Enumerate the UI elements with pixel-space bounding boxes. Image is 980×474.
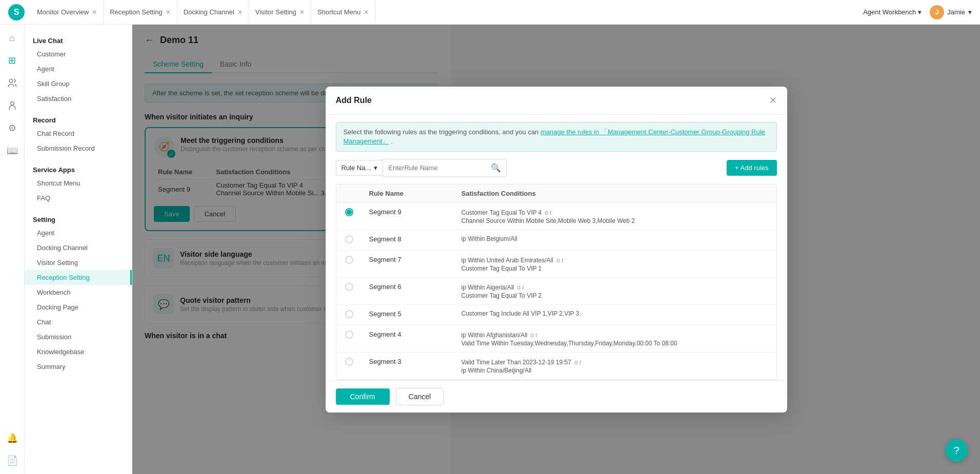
sidebar-item-satisfaction[interactable]: Satisfaction (25, 91, 132, 106)
sidebar-item-agent[interactable]: Agent (25, 61, 132, 76)
table-row: Segment 8ip Within Belgium/All (336, 230, 776, 250)
radio-cell[interactable] (336, 230, 362, 250)
svg-point-0 (9, 79, 13, 83)
condition-tag: Customer Tag Equal To VIP 2 (462, 292, 542, 299)
close-tab-shortcut[interactable]: ✕ (364, 9, 369, 16)
tab-docking-channel[interactable]: Docking Channel ✕ (177, 0, 249, 25)
rule-name-cell: Segment 5 (362, 304, 454, 325)
sidebar-icon-doc[interactable]: 📄 (3, 451, 22, 470)
col-rule-name: Rule Name (362, 184, 454, 203)
sidebar-item-knowledgebase[interactable]: Knowledgebase (25, 344, 132, 359)
sidebar-icon-team[interactable] (3, 74, 22, 92)
sidebar-icon-home[interactable]: ⌂ (3, 29, 22, 47)
tab-shortcut-menu[interactable]: Shortcut Menu ✕ (311, 0, 376, 25)
close-tab-monitor[interactable]: ✕ (92, 9, 97, 16)
radio-cell[interactable] (336, 325, 362, 352)
table-row: Segment 7ip Within United Arab Emirates/… (336, 250, 776, 277)
radio-cell[interactable] (336, 352, 362, 379)
modal-search-bar: Rule Na... ▾ 🔍 + Add rules (326, 152, 787, 184)
radio-cell[interactable] (336, 277, 362, 304)
radio-button[interactable] (345, 358, 353, 366)
modal-header: Add Rule ✕ (326, 87, 787, 115)
sidebar-icon-gear[interactable]: ⚙ (3, 119, 22, 137)
add-rules-button[interactable]: + Add rules (727, 160, 776, 176)
search-input[interactable] (388, 164, 491, 172)
conditions-cell: Valid Time Later Than 2023-12-19 19:57 o… (454, 352, 776, 379)
modal-cancel-button[interactable]: Cancel (396, 388, 444, 405)
close-tab-reception[interactable]: ✕ (166, 9, 171, 16)
sidebar-icon-bell[interactable]: 🔔 (3, 429, 22, 447)
or-label: o r (574, 359, 582, 366)
condition-tag: Channel Source Within Mobile Site,Mobile… (462, 217, 635, 224)
radio-button[interactable] (345, 235, 353, 243)
radio-button[interactable] (345, 256, 353, 264)
sidebar-item-skill-group[interactable]: Skill Group (25, 76, 132, 91)
condition-tag: Valid Time Within Tuesday,Wednesday,Thur… (462, 340, 677, 347)
or-label: o r (556, 257, 564, 264)
search-icon: 🔍 (491, 163, 501, 173)
confirm-button[interactable]: Confirm (336, 388, 390, 405)
sidebar-item-reception-setting[interactable]: Reception Setting (25, 270, 132, 285)
sidebar-icon-grid[interactable]: ⊞ (3, 51, 22, 70)
or-label: o r (530, 332, 537, 339)
condition-line: ip Within Algeria/All o r (462, 283, 769, 292)
table-row: Segment 4ip Within Afghanistan/All o rVa… (336, 325, 776, 352)
table-row: Segment 3Valid Time Later Than 2023-12-1… (336, 352, 776, 379)
or-label: o r (517, 284, 524, 291)
sidebar-icon-book[interactable]: 📖 (3, 141, 22, 160)
sidebar-item-chat-record[interactable]: Chat Record (25, 126, 132, 141)
close-tab-docking[interactable]: ✕ (237, 9, 243, 16)
icon-sidebar: ⌂ ⊞ ⚙ 📖 🔔 📄 (0, 25, 25, 474)
modal-footer: Confirm Cancel (326, 380, 787, 413)
condition-tag: ip Within Belgium/All (462, 235, 517, 242)
search-input-wrap: 🔍 (383, 159, 507, 177)
close-tab-visitor[interactable]: ✕ (299, 9, 305, 16)
condition-line: Customer Tag Include All VIP 1,VIP 2,VIP… (462, 310, 769, 317)
user-info-dropdown[interactable]: J Jamie ▾ (930, 5, 972, 19)
radio-cell[interactable] (336, 202, 362, 230)
rule-name-cell: Segment 8 (362, 230, 454, 250)
sidebar-item-shortcut-menu[interactable]: Shortcut Menu (25, 176, 132, 191)
sidebar-item-faq[interactable]: FAQ (25, 191, 132, 205)
sidebar-item-agent-setting[interactable]: Agent (25, 225, 132, 240)
sidebar-item-submission-record[interactable]: Submission Record (25, 141, 132, 156)
sidebar-item-summary[interactable]: Summary (25, 359, 132, 374)
rule-name-cell: Segment 9 (362, 202, 454, 230)
tab-visitor-setting[interactable]: Visitor Setting ✕ (249, 0, 311, 25)
sidebar-icon-person[interactable] (3, 96, 22, 115)
condition-tag: Customer Tag Include All VIP 1,VIP 2,VIP… (462, 310, 579, 317)
radio-button[interactable] (345, 283, 353, 291)
sidebar-item-workbench[interactable]: Workbench (25, 285, 132, 300)
condition-line: Customer Tag Equal To VIP 2 (462, 292, 769, 299)
table-row: Segment 5Customer Tag Include All VIP 1,… (336, 304, 776, 325)
app-logo: S (8, 4, 25, 20)
tab-monitor-overview[interactable]: Monitor Overview ✕ (31, 0, 104, 25)
condition-tag: ip Within Afghanistan/All (462, 332, 528, 339)
radio-cell[interactable] (336, 250, 362, 277)
sidebar-item-customer[interactable]: Customer (25, 47, 132, 61)
chevron-down-icon: ▾ (918, 8, 922, 16)
agent-workbench-dropdown[interactable]: Agent Workbench ▾ (863, 8, 922, 16)
col-conditions: Satisfaction Conditions (454, 184, 776, 203)
topbar-right: Agent Workbench ▾ J Jamie ▾ (863, 5, 972, 19)
nav-sidebar: Live Chat Customer Agent Skill Group Sat… (25, 25, 132, 474)
nav-section-service-apps: Service Apps (25, 162, 132, 176)
sidebar-item-submission[interactable]: Submission (25, 329, 132, 344)
condition-line: Customer Tag Equal To VIP 4 o r (462, 208, 769, 217)
help-button[interactable]: ? (945, 439, 968, 462)
radio-button[interactable] (345, 208, 353, 216)
sidebar-item-visitor-setting[interactable]: Visitor Setting (25, 255, 132, 270)
nav-section-record: Record (25, 112, 132, 126)
radio-button[interactable] (345, 310, 353, 318)
sidebar-item-docking-page[interactable]: Docking Page (25, 300, 132, 315)
sidebar-item-docking-channel[interactable]: Docking Channel (25, 240, 132, 255)
tab-reception-setting[interactable]: Reception Setting ✕ (104, 0, 177, 25)
radio-button[interactable] (345, 331, 353, 339)
sidebar-item-chat[interactable]: Chat (25, 315, 132, 329)
condition-line: ip Within United Arab Emirates/All o r (462, 256, 769, 265)
radio-cell[interactable] (336, 304, 362, 325)
modal-close-button[interactable]: ✕ (769, 95, 777, 106)
nav-section-live-chat: Live Chat (25, 33, 132, 47)
rule-name-select[interactable]: Rule Na... ▾ (336, 160, 383, 176)
add-rule-modal: Add Rule ✕ Select the following rules as… (326, 87, 787, 413)
